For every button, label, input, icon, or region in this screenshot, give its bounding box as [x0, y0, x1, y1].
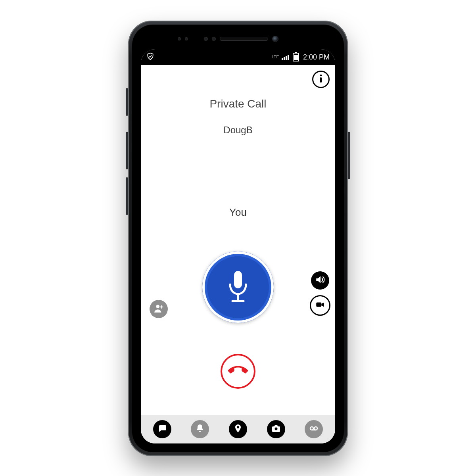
call-type-label: Private Call	[141, 98, 335, 110]
chat-bubble-icon	[157, 424, 167, 435]
add-person-icon	[154, 303, 164, 315]
microphone-icon	[224, 269, 252, 306]
speaker-toggle-button[interactable]	[311, 271, 329, 290]
speaking-indicator-label: You	[141, 206, 335, 219]
earpiece-speaker	[220, 37, 268, 41]
hardware-volume-up	[126, 132, 128, 169]
phone-frame: LTE 2:00 PM	[128, 21, 348, 456]
phone-sensor-row	[132, 36, 344, 42]
video-camera-icon	[315, 299, 325, 311]
hardware-power-button	[126, 88, 128, 116]
nav-location[interactable]	[229, 420, 247, 438]
svg-rect-6	[316, 303, 321, 307]
status-clock: 2:00 PM	[303, 53, 330, 61]
camera-icon	[271, 424, 281, 435]
add-participant-button[interactable]	[150, 300, 168, 318]
svg-point-0	[320, 75, 322, 77]
phone-bezel: LTE 2:00 PM	[132, 25, 344, 452]
network-type-label: LTE	[272, 55, 279, 59]
shield-check-icon	[146, 52, 154, 62]
voicemail-icon	[309, 424, 319, 435]
map-pin-icon	[233, 424, 243, 435]
battery-icon	[293, 53, 299, 61]
end-call-button[interactable]	[221, 354, 255, 389]
call-contact-name: DougB	[141, 125, 335, 136]
nav-voicemail[interactable]	[305, 420, 323, 438]
hardware-volume-down	[126, 177, 128, 215]
cellular-signal-icon	[282, 54, 289, 60]
status-bar: LTE 2:00 PM	[141, 49, 335, 65]
video-toggle-button[interactable]	[310, 295, 330, 316]
speaker-icon	[315, 274, 325, 286]
nav-camera[interactable]	[267, 420, 285, 438]
push-to-talk-button[interactable]	[202, 251, 274, 323]
front-camera	[272, 36, 278, 42]
nav-alerts[interactable]	[191, 420, 209, 438]
svg-point-7	[274, 428, 277, 430]
svg-rect-1	[320, 77, 322, 83]
bell-icon	[195, 424, 205, 435]
svg-point-5	[156, 305, 160, 308]
nav-messages[interactable]	[153, 420, 171, 438]
hardware-side-key	[348, 132, 350, 179]
info-icon	[319, 74, 323, 84]
device-screen: LTE 2:00 PM	[141, 49, 335, 443]
bottom-navigation	[141, 415, 335, 443]
call-screen: Private Call DougB You	[141, 65, 335, 443]
phone-hangup-icon	[228, 361, 248, 382]
info-button[interactable]	[312, 71, 330, 88]
svg-rect-2	[234, 271, 242, 288]
